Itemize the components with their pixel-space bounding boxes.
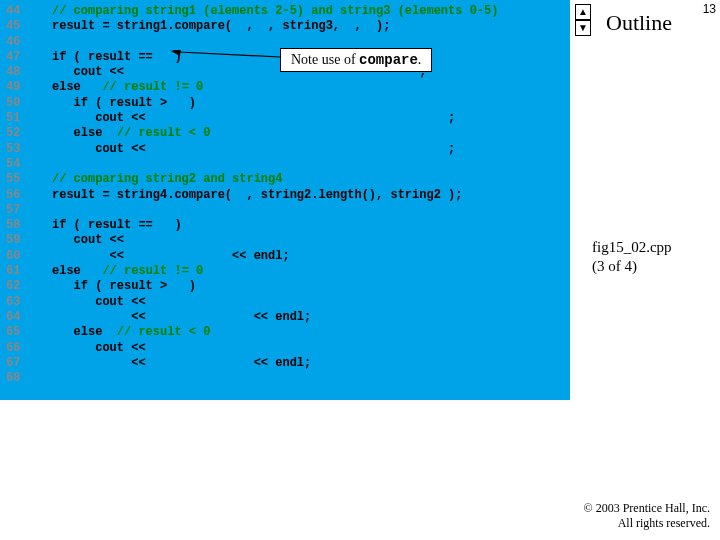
code-text: else // result < 0 [40, 126, 210, 140]
code-text: cout << [40, 341, 146, 355]
line-number: 61 [0, 264, 40, 278]
code-line: 53 cout << ; [0, 142, 570, 157]
code-line: 61else // result != 0 [0, 264, 570, 279]
code-line: 44// comparing string1 (elements 2-5) an… [0, 4, 570, 19]
code-text: if ( result == ) [40, 50, 182, 64]
code-line: 67 << << endl; [0, 356, 570, 371]
code-line: 58if ( result == ) [0, 218, 570, 233]
code-text: // comparing string2 and string4 [40, 172, 282, 186]
line-number: 58 [0, 218, 40, 232]
code-text: result = string4.compare( , string2.leng… [40, 188, 462, 202]
line-number: 44 [0, 4, 40, 18]
code-text: cout << [40, 233, 124, 247]
line-number: 50 [0, 96, 40, 110]
nav-buttons: ▲ ▼ [575, 4, 591, 36]
code-text: if ( result > ) [40, 279, 196, 293]
line-number: 51 [0, 111, 40, 125]
line-number: 64 [0, 310, 40, 324]
code-text: if ( result == ) [40, 218, 182, 232]
code-line: 49else // result != 0 [0, 80, 570, 95]
code-text: result = string1.compare( , , string3, ,… [40, 19, 390, 33]
code-line: 56result = string4.compare( , string2.le… [0, 188, 570, 203]
code-text: if ( result > ) [40, 96, 196, 110]
copyright-line1: © 2003 Prentice Hall, Inc. [584, 501, 710, 515]
code-text: cout << ; [40, 111, 455, 125]
caption: fig15_02.cpp (3 of 4) [592, 238, 672, 276]
nav-up-button[interactable]: ▲ [575, 4, 591, 20]
code-line: 51 cout << ; [0, 111, 570, 126]
code-line: 65 else // result < 0 [0, 325, 570, 340]
line-number: 47 [0, 50, 40, 64]
copyright-line2: All rights reserved. [584, 516, 710, 530]
code-line: 54 [0, 157, 570, 172]
line-number: 56 [0, 188, 40, 202]
code-text: << << endl; [40, 310, 311, 324]
line-number: 52 [0, 126, 40, 140]
line-number: 46 [0, 35, 40, 49]
code-line: 57 [0, 203, 570, 218]
line-number: 66 [0, 341, 40, 355]
code-line: 59 cout << [0, 233, 570, 248]
caption-file: fig15_02.cpp [592, 238, 672, 257]
code-text: << << endl; [40, 249, 290, 263]
nav-down-button[interactable]: ▼ [575, 20, 591, 36]
code-text: << << endl; [40, 356, 311, 370]
annotation-prefix: Note use of [291, 52, 359, 67]
copyright: © 2003 Prentice Hall, Inc. All rights re… [584, 501, 710, 530]
code-text: cout << ; [40, 142, 455, 156]
annotation-keyword: compare [359, 52, 418, 68]
code-line: 55// comparing string2 and string4 [0, 172, 570, 187]
line-number: 45 [0, 19, 40, 33]
code-line: 66 cout << [0, 341, 570, 356]
annotation-suffix: . [418, 52, 422, 67]
code-text: else // result != 0 [40, 80, 203, 94]
line-number: 53 [0, 142, 40, 156]
code-line: 50 if ( result > ) [0, 96, 570, 111]
code-text: else // result != 0 [40, 264, 203, 278]
line-number: 68 [0, 371, 40, 385]
code-text: // comparing string1 (elements 2-5) and … [40, 4, 498, 18]
line-number: 49 [0, 80, 40, 94]
code-line: 60 << << endl; [0, 249, 570, 264]
code-text: cout << [40, 295, 146, 309]
line-number: 57 [0, 203, 40, 217]
code-line: 62 if ( result > ) [0, 279, 570, 294]
line-number: 60 [0, 249, 40, 263]
code-line: 63 cout << [0, 295, 570, 310]
caption-part: (3 of 4) [592, 257, 672, 276]
code-line: 45result = string1.compare( , , string3,… [0, 19, 570, 34]
line-number: 63 [0, 295, 40, 309]
line-number: 55 [0, 172, 40, 186]
outline-heading: Outline [606, 10, 672, 36]
line-number: 67 [0, 356, 40, 370]
annotation-callout: Note use of compare. [280, 48, 432, 72]
code-text: else // result < 0 [40, 325, 210, 339]
code-line: 68 [0, 371, 570, 386]
line-number: 48 [0, 65, 40, 79]
code-line: 52 else // result < 0 [0, 126, 570, 141]
code-line: 64 << << endl; [0, 310, 570, 325]
line-number: 54 [0, 157, 40, 171]
slide-number: 13 [703, 2, 716, 16]
line-number: 59 [0, 233, 40, 247]
line-number: 65 [0, 325, 40, 339]
line-number: 62 [0, 279, 40, 293]
